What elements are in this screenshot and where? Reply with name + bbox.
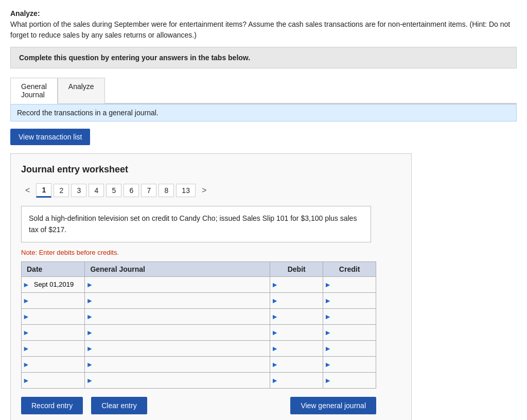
page-7-button[interactable]: 7 xyxy=(141,184,156,197)
analyze-label: Analyze: xyxy=(10,9,40,18)
debit-input-2[interactable] xyxy=(279,293,323,308)
journal-input-1[interactable] xyxy=(94,277,270,292)
debit-cell-3[interactable]: ► xyxy=(270,308,323,324)
credit-cell-1[interactable]: ► xyxy=(323,276,376,292)
journal-arrow-4: ► xyxy=(85,328,94,337)
page-6-button[interactable]: 6 xyxy=(124,184,139,197)
description-text: Sold a high-definition television set on… xyxy=(29,214,357,234)
journal-cell-3[interactable]: ► xyxy=(85,308,270,324)
credit-input-6[interactable] xyxy=(332,357,376,372)
instruction-text: Complete this question by entering your … xyxy=(19,54,250,62)
date-cell-1[interactable]: ► xyxy=(22,276,85,292)
page-13-button[interactable]: 13 xyxy=(176,184,196,197)
date-arrow-6: ► xyxy=(22,360,31,369)
page-4-button[interactable]: 4 xyxy=(89,184,104,197)
page-3-button[interactable]: 3 xyxy=(71,184,86,197)
date-cell-4[interactable]: ► xyxy=(22,324,85,340)
credit-input-5[interactable] xyxy=(332,341,376,356)
debit-cell-6[interactable]: ► xyxy=(270,356,323,372)
date-cell-7[interactable]: ► xyxy=(22,372,85,388)
page-2-button[interactable]: 2 xyxy=(54,184,69,197)
debit-cell-4[interactable]: ► xyxy=(270,324,323,340)
credit-cell-4[interactable]: ► xyxy=(323,324,376,340)
date-input-3[interactable] xyxy=(31,309,85,324)
date-cell-2[interactable]: ► xyxy=(22,292,85,308)
date-input-6[interactable] xyxy=(31,357,85,372)
debit-cell-7[interactable]: ► xyxy=(270,372,323,388)
tab-analyze[interactable]: Analyze xyxy=(58,78,105,104)
date-arrow-1: ► xyxy=(22,281,31,289)
journal-input-5[interactable] xyxy=(94,341,270,356)
credit-cell-3[interactable]: ► xyxy=(323,308,376,324)
debit-arrow-2: ► xyxy=(270,296,279,305)
debit-arrow-4: ► xyxy=(270,328,279,337)
note-text: Note: Enter debits before credits. xyxy=(21,249,401,256)
record-entry-button[interactable]: Record entry xyxy=(21,397,83,414)
prev-page-button[interactable]: < xyxy=(21,184,34,197)
debit-arrow-7: ► xyxy=(270,376,279,384)
date-cell-5[interactable]: ► xyxy=(22,340,85,356)
debit-input-4[interactable] xyxy=(279,325,323,340)
debit-input-1[interactable] xyxy=(279,277,323,292)
col-header-debit: Debit xyxy=(270,261,323,276)
page-8-button[interactable]: 8 xyxy=(159,184,174,197)
journal-cell-1[interactable]: ► xyxy=(85,276,270,292)
credit-cell-2[interactable]: ► xyxy=(323,292,376,308)
debit-input-5[interactable] xyxy=(279,341,323,356)
credit-input-4[interactable] xyxy=(332,325,376,340)
credit-arrow-6: ► xyxy=(323,360,332,369)
date-input-5[interactable] xyxy=(31,341,85,356)
credit-input-2[interactable] xyxy=(332,293,376,308)
date-arrow-7: ► xyxy=(22,376,31,384)
tab-content-note: Record the transactions in a general jou… xyxy=(10,104,517,121)
debit-input-6[interactable] xyxy=(279,357,323,372)
date-input-2[interactable] xyxy=(31,293,85,308)
col-header-date: Date xyxy=(22,261,85,276)
credit-arrow-5: ► xyxy=(323,344,332,353)
view-general-journal-button[interactable]: View general journal xyxy=(290,397,376,414)
journal-input-3[interactable] xyxy=(94,309,270,324)
credit-input-3[interactable] xyxy=(332,309,376,324)
table-row: ► ► ► xyxy=(22,372,376,388)
credit-cell-7[interactable]: ► xyxy=(323,372,376,388)
journal-input-4[interactable] xyxy=(94,325,270,340)
page-5-button[interactable]: 5 xyxy=(106,184,121,197)
credit-input-1[interactable] xyxy=(332,277,376,292)
journal-cell-6[interactable]: ► xyxy=(85,356,270,372)
date-arrow-4: ► xyxy=(22,328,31,337)
view-transaction-list-button[interactable]: View transaction list xyxy=(10,129,90,145)
date-cell-6[interactable]: ► xyxy=(22,356,85,372)
journal-cell-7[interactable]: ► xyxy=(85,372,270,388)
date-input-1[interactable] xyxy=(31,277,85,292)
credit-input-7[interactable] xyxy=(332,373,376,388)
journal-input-2[interactable] xyxy=(94,293,270,308)
debit-cell-5[interactable]: ► xyxy=(270,340,323,356)
debit-input-3[interactable] xyxy=(279,309,323,324)
tabs-container: GeneralJournal Analyze xyxy=(10,77,517,104)
description-box: Sold a high-definition television set on… xyxy=(21,206,371,242)
journal-input-7[interactable] xyxy=(94,373,270,388)
journal-cell-4[interactable]: ► xyxy=(85,324,270,340)
next-page-button[interactable]: > xyxy=(198,184,210,197)
date-cell-3[interactable]: ► xyxy=(22,308,85,324)
clear-entry-button[interactable]: Clear entry xyxy=(91,397,147,414)
journal-input-6[interactable] xyxy=(94,357,270,372)
date-input-4[interactable] xyxy=(31,325,85,340)
date-input-7[interactable] xyxy=(31,373,85,388)
credit-cell-6[interactable]: ► xyxy=(323,356,376,372)
journal-cell-5[interactable]: ► xyxy=(85,340,270,356)
table-row: ► ► ► xyxy=(22,292,376,308)
tab-general-journal[interactable]: GeneralJournal xyxy=(10,78,58,104)
debit-arrow-6: ► xyxy=(270,360,279,369)
debit-arrow-1: ► xyxy=(270,281,279,289)
debit-input-7[interactable] xyxy=(279,373,323,388)
col-header-credit: Credit xyxy=(323,261,376,276)
credit-cell-5[interactable]: ► xyxy=(323,340,376,356)
table-row: ► ► ► xyxy=(22,324,376,340)
journal-cell-2[interactable]: ► xyxy=(85,292,270,308)
journal-arrow-3: ► xyxy=(85,312,94,321)
credit-arrow-3: ► xyxy=(323,312,332,321)
debit-cell-1[interactable]: ► xyxy=(270,276,323,292)
page-1-button[interactable]: 1 xyxy=(36,183,51,198)
debit-cell-2[interactable]: ► xyxy=(270,292,323,308)
